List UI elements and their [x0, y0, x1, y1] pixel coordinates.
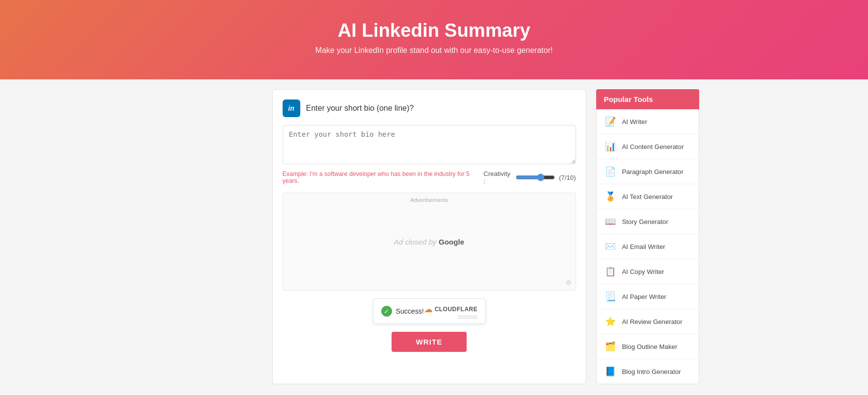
tool-item-ai-writer[interactable]: 📝 AI Writer: [597, 109, 699, 134]
tool-item-ai-text-generator[interactable]: 🏅 AI Text Generator: [597, 184, 699, 209]
tool-icon-3: 🏅: [604, 190, 617, 203]
cloudflare-badge: ☁ CLOUDFLARE: [424, 304, 478, 319]
tool-item-paragraph-generator[interactable]: 📄 Paragraph Generator: [597, 159, 699, 184]
form-meta: Example: I'm a software developer who ha…: [283, 170, 576, 185]
tool-item-ai-copy-writer[interactable]: 📋 AI Copy Writer: [597, 259, 699, 284]
tool-icon-0: 📝: [604, 115, 617, 128]
tool-icon-9: 🗂️: [604, 340, 617, 353]
left-spacer: [105, 89, 263, 384]
tool-name-7: AI Paper Writer: [622, 293, 666, 300]
tool-name-1: AI Content Generator: [622, 143, 684, 150]
tools-list: 📝 AI Writer 📊 AI Content Generator 📄 Par…: [596, 109, 699, 384]
tool-name-0: AI Writer: [622, 118, 647, 125]
success-toast: ✓ Success! ☁ CLOUDFLARE: [373, 298, 486, 324]
cloudflare-text: CLOUDFLARE: [435, 306, 478, 313]
creativity-display: (7/10): [559, 174, 576, 181]
form-header: in Enter your short bio (one line)?: [283, 99, 576, 117]
tool-icon-8: ⭐: [604, 315, 617, 328]
sidebar: Popular Tools 📝 AI Writer 📊 AI Content G…: [596, 89, 699, 384]
ad-gear-icon: ⚙: [566, 279, 572, 286]
tool-item-ai-review-generator[interactable]: ⭐ AI Review Generator: [597, 309, 699, 334]
success-text: Success!: [396, 307, 424, 315]
cf-line-1: [458, 316, 477, 317]
ad-label: Advertisements: [410, 197, 448, 203]
tool-item-ai-paper-writer[interactable]: 📃 AI Paper Writer: [597, 284, 699, 309]
linkedin-icon: in: [283, 99, 300, 117]
cloudflare-cloud-icon: ☁: [424, 304, 433, 315]
creativity-control: Creativity : (7/10): [483, 170, 576, 185]
cloudflare-lines: [458, 316, 477, 319]
bio-textarea[interactable]: [283, 125, 576, 164]
tool-name-8: AI Review Generator: [622, 318, 683, 325]
cf-line-2: [458, 318, 477, 319]
page-header: AI Linkedin Summary Make your LinkedIn p…: [0, 0, 868, 79]
main-layout: in Enter your short bio (one line)? Exam…: [91, 79, 778, 394]
form-panel: in Enter your short bio (one line)? Exam…: [272, 89, 586, 384]
tool-item-blog-intro-generator[interactable]: 📘 Blog Intro Generator: [597, 359, 699, 384]
creativity-slider[interactable]: [516, 173, 555, 181]
tool-item-blog-outline-maker[interactable]: 🗂️ Blog Outline Maker: [597, 334, 699, 359]
check-icon: ✓: [381, 306, 392, 317]
form-question-label: Enter your short bio (one line)?: [306, 104, 414, 113]
ad-area: Advertisements Ad closed by Google ⚙: [283, 193, 576, 291]
tool-icon-10: 📘: [604, 365, 617, 378]
tool-icon-2: 📄: [604, 165, 617, 178]
page-title: AI Linkedin Summary: [10, 20, 858, 41]
tool-name-2: Paragraph Generator: [622, 168, 684, 175]
tool-icon-6: 📋: [604, 265, 617, 278]
tool-name-10: Blog Intro Generator: [622, 368, 681, 375]
tool-icon-5: ✉️: [604, 240, 617, 253]
tool-name-9: Blog Outline Maker: [622, 343, 678, 350]
tool-item-ai-content-generator[interactable]: 📊 AI Content Generator: [597, 134, 699, 159]
tool-item-story-generator[interactable]: 📖 Story Generator: [597, 209, 699, 234]
tool-item-ai-email-writer[interactable]: ✉️ AI Email Writer: [597, 234, 699, 259]
creativity-label: Creativity :: [483, 170, 512, 185]
example-text: Example: I'm a software developer who ha…: [283, 171, 484, 184]
tool-icon-4: 📖: [604, 215, 617, 228]
tool-name-3: AI Text Generator: [622, 193, 673, 200]
ad-closed-text: Ad closed by Google: [394, 238, 465, 246]
tool-name-6: AI Copy Writer: [622, 268, 664, 275]
write-button[interactable]: WRITE: [392, 332, 467, 352]
tool-name-4: Story Generator: [622, 218, 668, 225]
success-left: ✓ Success!: [381, 306, 424, 317]
popular-tools-header: Popular Tools: [596, 89, 699, 109]
page-subtitle: Make your LinkedIn profile stand out wit…: [10, 46, 858, 55]
tool-name-5: AI Email Writer: [622, 243, 665, 250]
tool-icon-7: 📃: [604, 290, 617, 303]
tool-icon-1: 📊: [604, 140, 617, 153]
cloudflare-logo: ☁ CLOUDFLARE: [424, 304, 478, 315]
